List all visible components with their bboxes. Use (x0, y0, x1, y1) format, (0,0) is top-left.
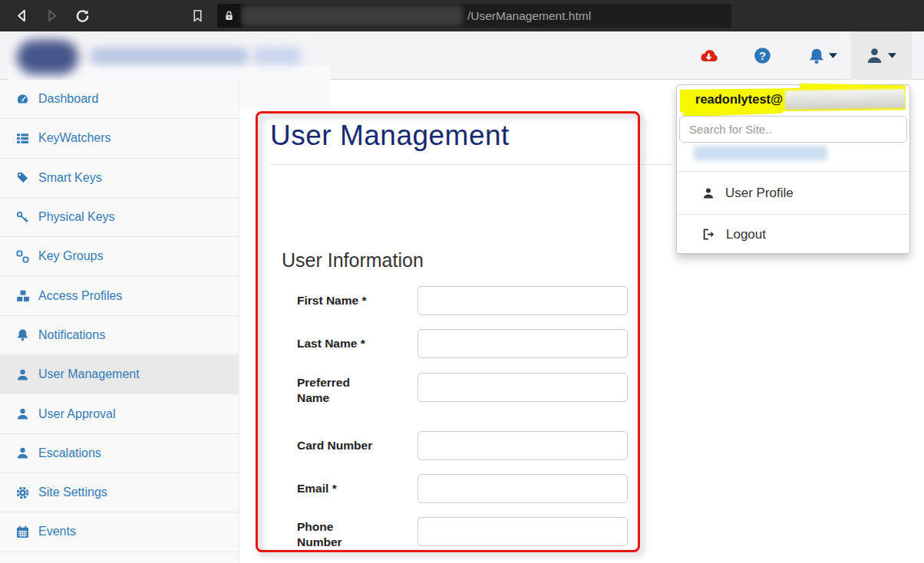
sidebar-item-site-settings[interactable]: Site Settings (0, 473, 239, 512)
email-field[interactable] (417, 474, 628, 503)
logo-redaction-text (91, 48, 248, 64)
last-name-field[interactable] (417, 329, 628, 358)
tag-icon (16, 171, 38, 184)
question-circle-icon: ? (754, 47, 771, 64)
user-profile-menu-item[interactable]: User Profile (677, 172, 909, 214)
user-profile-label: User Profile (725, 186, 794, 201)
first-name-label: First Name * (297, 293, 377, 308)
logo-redaction-oval (17, 40, 78, 74)
cubes-icon (16, 289, 38, 303)
preferred-name-label: Preferred Name (297, 375, 377, 406)
dashboard-icon (16, 93, 38, 106)
sidebar-item-notifications[interactable]: Notifications (0, 316, 239, 355)
sidebar-item-label: Access Profiles (38, 289, 122, 303)
list-icon (16, 132, 38, 145)
lock-icon (217, 4, 241, 28)
key-icon (16, 211, 38, 224)
browser-toolbar: /UserManagement.html (0, 0, 924, 31)
sidebar-item-events[interactable]: Events (0, 512, 239, 551)
email-redaction (785, 89, 905, 110)
sidebar-item-label: Physical Keys (38, 210, 115, 224)
sidebar-item-physical-keys[interactable]: Physical Keys (0, 198, 239, 237)
first-name-field[interactable] (417, 286, 628, 315)
email-label: Email * (297, 481, 377, 496)
sidebar-item-label: User Management (38, 367, 140, 381)
logout-icon (702, 228, 715, 241)
phone-number-field[interactable] (417, 517, 628, 546)
reload-icon[interactable] (68, 0, 96, 31)
phone-number-label: Phone Number (297, 519, 377, 550)
url-text: /UserManagement.html (467, 0, 591, 31)
sidebar-item-label: Smart Keys (38, 171, 102, 185)
svg-text:?: ? (758, 49, 765, 62)
sidebar-item-label: KeyWatchers (38, 131, 111, 145)
bookmark-icon[interactable] (183, 0, 211, 31)
sidebar-item-label: Notifications (38, 328, 105, 342)
title-divider (270, 164, 673, 165)
logout-label: Logout (726, 227, 766, 242)
site-name-redaction (694, 146, 827, 160)
preferred-name-field[interactable] (417, 373, 628, 402)
download-button[interactable] (693, 31, 724, 80)
bell-icon (16, 328, 38, 341)
screen: /UserManagement.html ? (0, 0, 924, 563)
card-number-label: Card Number (297, 438, 377, 453)
sidebar-item-label: User Approval (38, 407, 116, 421)
site-search-input[interactable] (679, 116, 907, 143)
sidebar-item-access-profiles[interactable]: Access Profiles (0, 276, 239, 315)
user-icon (866, 47, 883, 64)
sidebar-item-label: Events (38, 525, 76, 538)
sidebar-item-label: Site Settings (38, 486, 107, 499)
user-menu-button[interactable] (850, 31, 912, 80)
section-heading: User Information (282, 249, 424, 272)
chain-icon (16, 250, 38, 263)
sidebar-item-label: Dashboard (38, 92, 98, 106)
logout-menu-item[interactable]: Logout (677, 215, 909, 254)
user-dropdown-menu: readonlytest@ User Profile Logout (676, 84, 910, 254)
user-icon (16, 368, 38, 381)
notifications-button[interactable] (800, 31, 846, 80)
cloud-download-icon (698, 48, 719, 64)
user-icon (16, 407, 38, 420)
card-number-field[interactable] (417, 431, 628, 460)
forward-icon[interactable] (38, 0, 65, 31)
back-icon[interactable] (8, 0, 35, 31)
sidebar-item-keywatchers[interactable]: KeyWatchers (0, 119, 239, 158)
bell-icon (808, 48, 825, 64)
sidebar-item-escalations[interactable]: Escalations (0, 434, 239, 473)
user-icon (702, 187, 714, 199)
url-redaction (242, 5, 463, 26)
sidebar-item-label: Escalations (38, 446, 101, 460)
chevron-down-icon (829, 53, 837, 58)
logged-in-email: readonlytest@ (695, 92, 783, 107)
logo-redaction-text-2 (253, 48, 301, 64)
gear-icon (16, 486, 38, 499)
sidebar-item-user-approval[interactable]: User Approval (0, 394, 239, 433)
help-button[interactable]: ? (747, 31, 777, 80)
page-title: User Management (270, 120, 510, 152)
sidebar-item-label: Key Groups (38, 249, 103, 263)
sidebar-item-smart-keys[interactable]: Smart Keys (0, 159, 239, 198)
last-name-label: Last Name * (297, 336, 377, 351)
sidebar-item-user-management[interactable]: User Management (0, 355, 239, 394)
chevron-down-icon (888, 53, 896, 58)
sidebar-item-key-groups[interactable]: Key Groups (0, 237, 239, 276)
sidebar-item-dashboard[interactable]: Dashboard (0, 80, 239, 119)
calendar-icon (16, 525, 38, 538)
sidebar: Dashboard KeyWatchers Smart Keys Physica… (0, 80, 239, 563)
user-icon (16, 446, 38, 459)
